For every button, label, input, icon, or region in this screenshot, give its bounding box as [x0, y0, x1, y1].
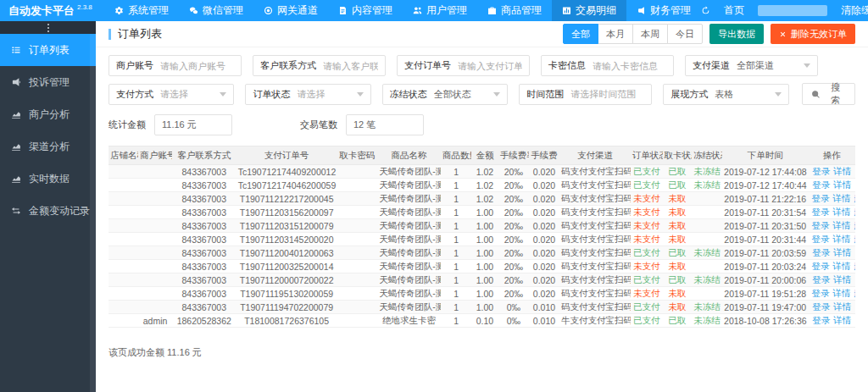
table-row: 843367003T190711200325200014天蝎传奇团队-测试11.…	[108, 260, 855, 273]
detail-link[interactable]: 详情	[833, 274, 851, 284]
refresh-icon[interactable]	[701, 6, 710, 15]
login-link[interactable]: 登录	[811, 207, 829, 217]
detail-link[interactable]: 详情	[833, 179, 851, 190]
topbar-menu-item-8[interactable]: 财务管理	[626, 0, 701, 21]
range-tab-1[interactable]: 全部	[563, 24, 598, 44]
range-tab-4[interactable]: 今日	[667, 24, 703, 44]
cell-order_no: T190711203156200097	[236, 206, 337, 219]
clear-cache-link[interactable]: 清除缓存	[841, 3, 868, 18]
topbar-menu-item-7[interactable]: 交易明细	[552, 0, 626, 21]
topbar-menu-item-4[interactable]: 内容管理	[328, 0, 403, 21]
delete-link[interactable]: 删除	[854, 193, 855, 203]
filter-input[interactable]	[458, 61, 522, 71]
login-link[interactable]: 登录	[811, 220, 829, 230]
login-link[interactable]: 登录	[811, 261, 829, 271]
delete-link[interactable]: 删除	[854, 288, 855, 298]
users-icon	[413, 6, 422, 15]
topbar-menu-item-6[interactable]: 商品管理	[477, 0, 552, 21]
exchange-icon	[11, 206, 21, 216]
detail-link[interactable]: 详情	[832, 207, 850, 217]
cell-take_status: 未取	[663, 233, 692, 246]
filter-2-1[interactable]: 支付方式请选择	[108, 84, 234, 105]
topbar-menu-item-2[interactable]: 微信管理	[179, 0, 253, 21]
detail-link[interactable]: 详情	[833, 247, 851, 257]
cell-channel: 码支付支付宝扫码	[559, 273, 631, 287]
sidebar-item-1[interactable]: 订单列表	[0, 34, 96, 66]
cell-amount: 1.00	[471, 206, 498, 219]
login-link[interactable]: 登录	[811, 234, 829, 244]
login-link[interactable]: 登录	[812, 247, 830, 257]
detail-link[interactable]: 详情	[833, 166, 851, 176]
cell-contact: 843367003	[172, 246, 236, 260]
cell-contact: 843367003	[172, 260, 236, 273]
delete-link[interactable]: 删除	[854, 234, 855, 244]
cell-amount: 1.02	[471, 192, 498, 206]
login-link[interactable]: 登录	[812, 166, 830, 176]
detail-link[interactable]: 详情	[833, 301, 851, 312]
sidebar-item-6[interactable]: 金额变动记录	[0, 195, 96, 227]
filter-input[interactable]	[593, 61, 666, 71]
login-link[interactable]: 登录	[812, 315, 830, 325]
detail-link[interactable]: 详情	[833, 315, 851, 325]
topbar-menu-label: 商品管理	[501, 3, 542, 18]
cell-fee: 0.010	[529, 301, 559, 314]
sidebar-collapse-handle[interactable]	[0, 21, 96, 34]
cell-fee: 0.020	[529, 179, 559, 192]
home-link[interactable]: 首页	[724, 3, 744, 18]
cell-take_status: 未取	[663, 219, 692, 233]
cell-pay_status: 未支付	[631, 233, 663, 246]
filter-2-2[interactable]: 订单状态请选择	[245, 84, 370, 105]
cell-time: 2019-07-11 20:31:44	[722, 233, 808, 246]
delete-link[interactable]: 删除	[854, 261, 855, 271]
filter-2-3[interactable]: 冻结状态全部状态	[382, 84, 508, 105]
login-link[interactable]: 登录	[812, 179, 830, 190]
sidebar-item-3[interactable]: 商户分析	[0, 98, 96, 130]
delete-link[interactable]: 删除	[854, 207, 855, 217]
cell-merchant	[138, 165, 172, 179]
cell-freeze_status	[692, 192, 722, 206]
table-body: 843367003Tc190712174409200012天蝎传奇团队-测试11…	[108, 165, 855, 328]
detail-link[interactable]: 详情	[832, 234, 850, 244]
delete-link[interactable]: 删除	[854, 220, 855, 230]
filter-input[interactable]	[160, 61, 234, 71]
sidebar-item-5[interactable]: 实时数据	[0, 163, 96, 195]
detail-link[interactable]: 详情	[832, 288, 850, 298]
topbar-menu-label: 系统管理	[128, 3, 169, 18]
cell-merchant	[138, 287, 172, 301]
search-button[interactable]: 搜索	[802, 83, 855, 105]
cell-order_no: T190711195130200059	[236, 287, 337, 301]
delete-invalid-button[interactable]: 删除无效订单	[771, 24, 855, 44]
cell-pay_status: 未支付	[631, 260, 663, 273]
filter-input[interactable]	[570, 89, 644, 99]
filter-1-5[interactable]: 支付渠道全部渠道	[685, 55, 818, 76]
detail-link[interactable]: 详情	[832, 220, 850, 230]
topbar-menu-item-3[interactable]: 网关通道	[253, 0, 328, 21]
redacted-nav-item[interactable]	[758, 5, 827, 16]
range-tab-2[interactable]: 本月	[598, 24, 633, 44]
login-link[interactable]: 登录	[811, 193, 829, 203]
topbar-menu-item-5[interactable]: 用户管理	[403, 0, 477, 21]
range-tab-3[interactable]: 本周	[632, 24, 668, 44]
login-link[interactable]: 登录	[811, 288, 829, 298]
sidebar-item-2[interactable]: 投诉管理	[0, 66, 96, 98]
cell-amount: 1.00	[471, 219, 498, 233]
detail-link[interactable]: 详情	[832, 193, 850, 203]
cell-product: 天蝎传奇团队-测试	[377, 287, 441, 301]
login-link[interactable]: 登录	[812, 274, 830, 284]
export-button[interactable]: 导出数据	[709, 24, 764, 44]
sidebar-item-4[interactable]: 渠道分析	[0, 130, 96, 163]
login-link[interactable]: 登录	[812, 301, 830, 312]
sidebar-scrollbar-track[interactable]	[90, 34, 96, 392]
cell-actions: 登录详情删除	[808, 192, 855, 206]
cell-take_status: 已取	[663, 165, 692, 179]
col-card_pwd: 取卡密码	[337, 146, 378, 165]
topbar-menu-item-1[interactable]: 系统管理	[104, 0, 179, 21]
cell-product: 绝地求生卡密	[377, 314, 441, 328]
cell-contact: 843367003	[172, 301, 236, 314]
filter-2-5[interactable]: 展现方式表格	[663, 84, 788, 105]
detail-link[interactable]: 详情	[832, 261, 850, 271]
filter-input[interactable]	[323, 61, 378, 71]
cell-shop	[108, 179, 138, 192]
cell-take_status: 已取	[663, 273, 692, 287]
col-fee_rate: 手续费率	[498, 146, 529, 165]
